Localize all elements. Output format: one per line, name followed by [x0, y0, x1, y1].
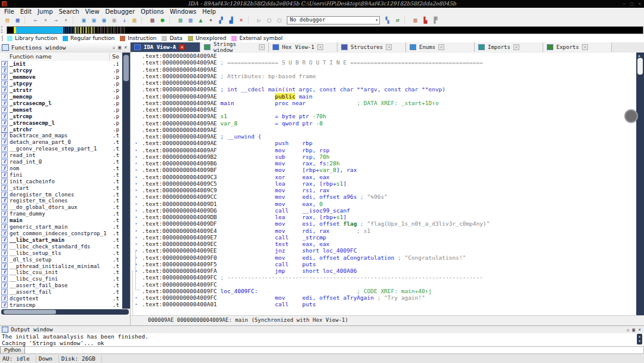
output-scrollbar[interactable]: ▲▼ [637, 334, 642, 344]
float-icon[interactable]: ▣ [118, 45, 121, 50]
functions-column-header[interactable]: Function name Se [0, 53, 130, 61]
back-icon[interactable]: ← [31, 16, 40, 24]
close-icon[interactable]: × [124, 45, 127, 50]
disassembly-vertical-scrollbar[interactable]: ▲ [636, 53, 644, 315]
asm-line[interactable]: •.text:0000000000400A01 call puts [131, 301, 636, 307]
scroll-up-arrow-icon[interactable]: ▲ [638, 53, 640, 57]
asm-line[interactable]: •.text:00000000004009D6 call __isoc99_sc… [131, 207, 636, 214]
menu-help[interactable]: Help [199, 8, 219, 16]
function-list-item[interactable]: finit_cacheinfo.t [0, 178, 122, 184]
tab-close-icon[interactable]: × [513, 44, 519, 50]
asm-line[interactable]: •.text:00000000004009B2 sub rsp, 70h [131, 153, 636, 160]
asm-line[interactable]: .text:00000000004009AE [131, 79, 636, 86]
asm-line[interactable]: •.text:00000000004009FA jmp short loc_40… [131, 267, 636, 274]
debugger-combobox[interactable]: No debugger ▾ [287, 16, 380, 24]
scrollbar-thumb[interactable] [123, 55, 129, 81]
debugger-options-icon[interactable]: ▥ [411, 16, 420, 24]
debug-pause-icon[interactable]: ▢ [265, 16, 274, 24]
functions-horizontal-scrollbar[interactable] [1, 309, 129, 315]
asm-line[interactable]: .text:00000000004009FC ; ---------------… [131, 274, 636, 281]
watch-list-icon[interactable]: ▛ [431, 16, 440, 24]
asm-line[interactable]: •.text:00000000004009F5 call puts [131, 261, 636, 267]
function-list-item[interactable]: f__libc_start_main.t [0, 236, 122, 243]
asm-line[interactable]: •.text:00000000004009EC test eax, eax [131, 241, 636, 247]
float-icon[interactable]: ▣ [632, 327, 635, 333]
asm-line[interactable]: •.text:00000000004009D1 mov eax, 0 [131, 201, 636, 207]
breakpoint-list-icon[interactable]: ▙ [421, 16, 430, 24]
asm-line[interactable]: •.text:00000000004009E4 mov rdi, rax ; s… [131, 227, 636, 234]
function-list-item[interactable]: fdetach_arena_part_0.t [0, 139, 122, 146]
window-copy-icon[interactable]: ▣ [100, 16, 109, 24]
function-list-item[interactable]: fregister_tm_clones.t [0, 198, 122, 204]
asm-line[interactable]: •.text:00000000004009CC mov edi, offset … [131, 193, 636, 200]
asm-line[interactable]: •.text:00000000004009B6 mov rax, fs:28h [131, 160, 636, 167]
function-list-item[interactable]: f_strchr.p [0, 126, 122, 133]
function-list-item[interactable]: f__libc_check_standard_fds.t [0, 243, 122, 250]
function-list-item[interactable]: f_dl_tls_setup.t [0, 256, 122, 263]
forward-caret-icon[interactable]: ▾ [61, 16, 70, 24]
asm-line[interactable]: .text:00000000004009FC loc_4009FC: ; COD… [131, 288, 636, 294]
function-list-item[interactable]: f_strcasecmp_l.p [0, 100, 122, 106]
debug-stop-icon[interactable]: ▢ [275, 16, 284, 24]
function-list-item[interactable]: fgeneric_start_main.t [0, 224, 122, 230]
function-list-item[interactable]: f__libc_csu_fini.t [0, 276, 122, 282]
asm-line[interactable]: •.text:00000000004009F0 mov edi, offset … [131, 254, 636, 261]
open-file-icon[interactable]: ▤ [3, 16, 12, 24]
asm-line[interactable]: •.text:00000000004009AE push rbp [131, 140, 636, 146]
tab-structures[interactable]: Structures× [338, 42, 406, 52]
asm-line[interactable]: •.text:00000000004009FC mov edi, offset … [131, 294, 636, 301]
bookmark-icon[interactable]: ▧ [130, 16, 139, 24]
asm-line[interactable]: .text:00000000004009AE ; __unwind { [131, 133, 636, 140]
close-icon[interactable]: × [638, 327, 641, 333]
start-process-icon[interactable]: ● [158, 16, 167, 24]
window-disabled-icon[interactable]: ▣ [110, 16, 119, 24]
call-graph-icon[interactable]: ▞ [216, 16, 225, 24]
column-function-name[interactable]: Function name [10, 53, 51, 60]
tab-imports[interactable]: Imports× [475, 42, 543, 52]
function-list-item[interactable]: fget_common_indeces_constprop_1.t [0, 230, 122, 237]
function-list-item[interactable]: f_memcmp.p [0, 94, 122, 100]
asm-line[interactable]: •.text:00000000004009DB lea rax, [rbp+s1… [131, 214, 636, 220]
menu-debugger[interactable]: Debugger [103, 8, 138, 16]
refresh-icon[interactable]: ⇄ [393, 16, 402, 24]
cancel-icon[interactable]: × [237, 16, 246, 24]
function-list-item[interactable]: foom.t [0, 165, 122, 172]
asm-line[interactable]: •.text:00000000004009C5 lea rax, [rbp+s1… [131, 180, 636, 187]
produce-map-icon[interactable]: ▥ [186, 16, 195, 24]
tab-enums[interactable]: Enums× [406, 42, 475, 52]
tab-close-icon[interactable]: × [259, 44, 265, 50]
menu-jump[interactable]: Jump [35, 8, 55, 16]
produce-file-icon[interactable]: ▥ [176, 16, 185, 24]
output-log[interactable]: The initial autoanalysis has been finish… [0, 333, 644, 347]
asm-line[interactable]: .text:00000000004009AE ; ===============… [131, 59, 636, 66]
function-list-item[interactable]: fread_int.t [0, 152, 122, 159]
asm-line[interactable]: •.text:00000000004009DF mov esi, offset … [131, 220, 636, 227]
function-list-item[interactable]: f_init.i [0, 61, 122, 67]
desktop-icon[interactable]: ▨ [148, 16, 157, 24]
function-list-item[interactable]: fderegister_tm_clones.t [0, 191, 122, 198]
restore-icon[interactable]: ▫ [627, 327, 630, 333]
asm-line[interactable]: •.text:00000000004009C9 mov rsi, rax [131, 187, 636, 193]
window-add-icon[interactable]: ▣ [89, 16, 98, 24]
tab-hex-view-1[interactable]: Hex View-1× [269, 42, 338, 52]
function-list-item[interactable]: f_stpcpy.p [0, 81, 122, 87]
menu-file[interactable]: File [1, 8, 17, 16]
forward-icon[interactable]: → [51, 16, 60, 24]
functions-window-titlebar[interactable]: Functions window ▫▣× [0, 42, 130, 53]
asm-line[interactable]: .text:00000000004009AE ; Attributes: bp-… [131, 73, 636, 79]
function-list-item[interactable]: f_strstr.p [0, 87, 122, 94]
function-list-item[interactable]: f__assert_fail_base.t [0, 282, 122, 289]
function-list-item[interactable]: f_memmove.p [0, 74, 122, 81]
toolbar-grip[interactable] [1, 26, 5, 33]
menu-edit[interactable]: Edit [17, 8, 35, 16]
asm-line[interactable]: •.text:00000000004009AF mov rbp, rsp [131, 147, 636, 153]
menu-view[interactable]: View [82, 8, 103, 16]
maximize-icon[interactable]: □ [630, 0, 633, 8]
back-caret-icon[interactable]: ▾ [41, 16, 50, 24]
asm-line[interactable]: •.text:00000000004009E7 call _strcmp [131, 234, 636, 241]
window-list-icon[interactable]: ▣ [79, 16, 88, 24]
tab-strings-window[interactable]: Strings window× [200, 42, 269, 52]
ida-view-a-disassembly[interactable]: .text:00000000004009AE .text:00000000004… [131, 53, 636, 315]
function-list-item[interactable]: fmain.t [0, 217, 122, 224]
asm-line[interactable]: .text:00000000004009AE s1 = byte ptr -70… [131, 113, 636, 119]
